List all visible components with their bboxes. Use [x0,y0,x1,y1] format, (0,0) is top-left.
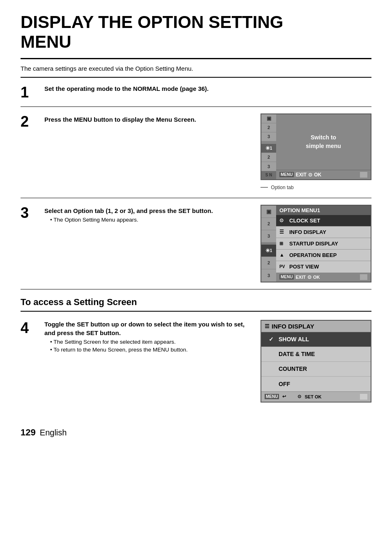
info-label-2: COUNTER [279,366,307,372]
info-menu-image: ☰ INFO DISPLAY ✓ SHOW ALL DATE & TIME CO… [261,320,371,403]
info-check-0: ✓ [269,336,275,342]
opt-footer: MENU EXIT ⊙ OK [276,273,371,282]
opt-icon-0: ⊙ [279,217,287,223]
opt-label-3: OPERATION BEEP [289,252,337,258]
opt-icon-2: ⊞ [279,241,287,246]
info-ok-label: SET OK [304,394,321,399]
opt-label-1: INFO DISPLAY [289,229,326,235]
cam-corner-1 [360,172,367,178]
opt-set-icon: ⊙ [307,274,311,280]
cam-set-icon-1: ⊙ [308,172,312,178]
opt-opt-tab-2: 2 [261,257,276,269]
opt-footer-text: EXIT [295,275,305,280]
step-3-sub: The Option Setting Menu appears. [44,217,252,223]
cam-tab-2: 2 [261,123,276,132]
opt-icon-4: PV [279,264,287,269]
opt-menu-btn: MENU [279,274,294,280]
menu-label-1: MENU [279,172,294,177]
opt-tab-icon: ▣ [261,206,276,218]
option-menu-image: ▣ 2 3 ✳1 2 3 OPTION MENU1 ⊙ CLOCK SET [261,205,371,282]
info-label-1: DATE & TIME [279,351,315,357]
step-1: 1 Set the operating mode to the NORMAL m… [21,78,371,107]
step-2-number: 2 [21,114,36,129]
info-corner [360,394,367,400]
opt-row-2: ⊞ STARTUP DISPLAY [276,238,371,250]
step-4: 4 Toggle the SET button up or down to se… [21,316,371,407]
intro-text: The camera settings are executed via the… [21,65,371,78]
option-menu-mockup: ▣ 2 3 ✳1 2 3 OPTION MENU1 ⊙ CLOCK SET [261,205,371,282]
info-title-icon: ☰ [265,323,270,329]
section-heading: To access a Setting Screen [21,297,371,312]
info-row-3: OFF [261,377,371,391]
step-4-bullet-0: The Setting Screen for the selected item… [44,339,252,345]
cam-tab-3: 3 [261,132,276,141]
cam-footer-1: MENU EXIT ⊙ OK [276,170,371,179]
info-menu-mockup: ☰ INFO DISPLAY ✓ SHOW ALL DATE & TIME CO… [261,320,371,403]
cam-sidebar-1: ▣ 2 3 ✳1 2 3 S N [261,114,276,179]
opt-tab-2: 2 [261,218,276,230]
opt-corner [360,274,367,280]
info-label-3: OFF [279,381,290,387]
camera-menu-image-1: ▣ 2 3 ✳1 2 3 S N Switch tosimple menu ME… [261,113,371,191]
page-title: DISPLAY THE OPTION SETTING MENU [21,12,371,59]
cam-opt-tab-1: ✳1 [261,144,276,153]
step-3-text: Select an Option tab (1, 2 or 3), and pr… [44,206,252,215]
opt-title: OPTION MENU1 [276,206,371,215]
info-set-icon: ⊙ [297,394,301,399]
cam-footer-text-1: EXIT [295,172,307,178]
step-1-number: 1 [21,85,36,100]
step-4-number: 4 [21,321,36,336]
opt-opt-tab-1: ✳1 [261,245,276,257]
info-footer: MENU ↩ ⊙ SET OK [261,391,371,402]
info-row-2: COUNTER [261,362,371,377]
step-1-text: Set the operating mode to the NORMAL mod… [44,84,371,93]
opt-row-3: ▲ OPERATION BEEP [276,250,371,261]
opt-opt-tab-3: 3 [261,269,276,282]
opt-icon-3: ▲ [279,252,287,258]
opt-icon-1: ☰ [279,229,287,235]
cam-opt-tab-3: 3 [261,162,276,171]
cam-tab-icon-1: ▣ [261,114,276,123]
opt-ok: OK [313,275,320,280]
step-3-number: 3 [21,206,36,220]
opt-row-1: ☰ INFO DISPLAY [276,227,371,238]
opt-sidebar: ▣ 2 3 ✳1 2 3 [261,206,276,282]
step-2: 2 Press the MENU button to display the M… [21,107,371,198]
step-2-text: Press the MENU button to display the Men… [44,115,252,124]
step-3: 3 Select an Option tab (1, 2 or 3), and … [21,198,371,289]
info-menu-btn: MENU [265,394,279,399]
opt-label-2: STARTUP DISPLAY [289,241,338,247]
info-label-0: SHOW ALL [279,336,309,342]
page-number: 129 [21,427,36,437]
cam-opt-tab-2: 2 [261,153,276,162]
info-menu-title-text: INFO DISPLAY [272,323,314,330]
info-row-0: ✓ SHOW ALL [261,332,371,347]
cam-bottom-icon: S N [261,171,276,179]
camera-menu-mockup-1: ▣ 2 3 ✳1 2 3 S N Switch tosimple menu ME… [261,113,371,180]
cam-content-1: Switch tosimple menu [276,114,371,170]
step-4-text: Toggle the SET button up or down to sele… [44,320,252,337]
opt-label-0: CLOCK SET [289,217,320,224]
info-row-1: DATE & TIME [261,347,371,362]
opt-row-4: PV POST VIEW [276,261,371,273]
opt-row-0: ⊙ CLOCK SET [276,215,371,227]
step-4-bullet-1: To return to the Menu Screen, press the … [44,347,252,353]
option-tab-label: — Option tab [261,183,371,191]
opt-tab-3: 3 [261,230,276,243]
opt-label-4: POST VIEW [289,264,319,270]
page-language: English [40,428,67,437]
opt-main: OPTION MENU1 ⊙ CLOCK SET ☰ INFO DISPLAY … [276,206,371,282]
info-back-icon: ↩ [282,394,286,399]
cam-main-1: Switch tosimple menu MENU EXIT ⊙ OK [276,114,371,179]
info-menu-title-bar: ☰ INFO DISPLAY [261,321,371,332]
cam-ok-1: OK [314,172,321,178]
page-footer: 129 English [21,427,371,438]
